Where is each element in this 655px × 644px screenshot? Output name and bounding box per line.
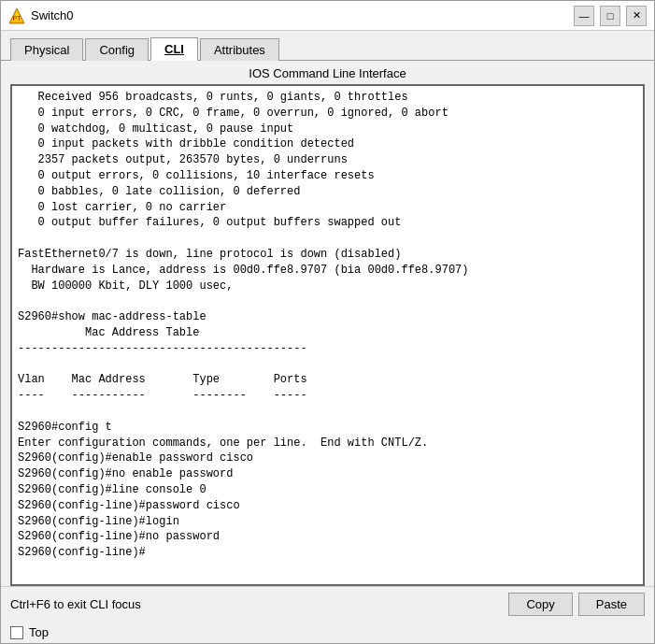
top-checkbox[interactable] xyxy=(10,626,23,639)
top-label: Top xyxy=(29,625,49,639)
tab-attributes[interactable]: Attributes xyxy=(200,38,279,61)
tab-cli[interactable]: CLI xyxy=(150,37,198,61)
app-icon: PT xyxy=(8,7,25,24)
title-bar: PT Switch0 — □ ✕ xyxy=(1,1,654,31)
section-title: IOS Command Line Interface xyxy=(1,61,654,84)
paste-button[interactable]: Paste xyxy=(578,593,645,616)
window-title: Switch0 xyxy=(31,8,574,22)
tab-config[interactable]: Config xyxy=(85,38,149,61)
minimize-button[interactable]: — xyxy=(574,6,594,26)
window-controls: — □ ✕ xyxy=(574,6,647,26)
cli-hint: Ctrl+F6 to exit CLI focus xyxy=(10,597,503,611)
cli-container: Received 956 broadcasts, 0 runts, 0 gian… xyxy=(1,84,654,586)
bottom-bar: Ctrl+F6 to exit CLI focus Copy Paste xyxy=(1,586,654,622)
main-window: PT Switch0 — □ ✕ Physical Config CLI Att… xyxy=(0,0,655,644)
cli-output[interactable]: Received 956 broadcasts, 0 runts, 0 gian… xyxy=(10,84,645,586)
maximize-button[interactable]: □ xyxy=(600,6,620,26)
copy-button[interactable]: Copy xyxy=(508,593,572,616)
footer-bar: Top xyxy=(1,622,654,643)
tab-physical[interactable]: Physical xyxy=(10,38,83,61)
svg-text:PT: PT xyxy=(13,15,22,21)
tab-bar: Physical Config CLI Attributes xyxy=(1,31,654,61)
close-button[interactable]: ✕ xyxy=(626,6,647,26)
